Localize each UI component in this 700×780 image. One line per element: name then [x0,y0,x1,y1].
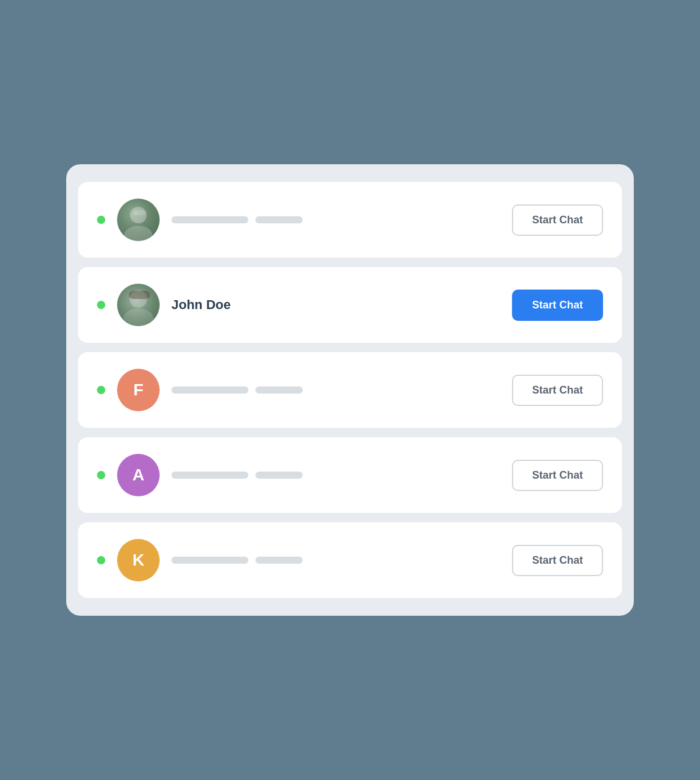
user-info-1 [171,216,500,223]
name-placeholder-bar-2 [255,386,303,394]
name-placeholder-bar-2 [255,472,303,479]
name-placeholder-row [171,216,500,223]
name-placeholder-bar [171,557,248,564]
user-avatar-a: A [117,454,160,496]
user-info-5 [171,557,500,564]
user-avatar-f: F [117,369,160,411]
user-info-2: John Doe [171,297,500,313]
user-card-5: K Start Chat [78,522,622,598]
svg-point-1 [124,226,153,241]
svg-rect-5 [129,291,150,299]
start-chat-button-2[interactable]: Start Chat [512,290,603,321]
start-chat-button-3[interactable]: Start Chat [512,375,603,406]
name-placeholder-row [171,557,500,564]
name-placeholder-bar [171,386,248,394]
svg-point-4 [123,308,154,326]
online-indicator [97,471,105,479]
online-indicator [97,386,105,394]
user-avatar-k: K [117,539,160,581]
user-card-3: F Start Chat [78,352,622,428]
user-card-2: John Doe Start Chat [78,267,622,343]
name-placeholder-row [171,386,500,394]
start-chat-button-5[interactable]: Start Chat [512,545,603,576]
name-placeholder-bar [171,472,248,479]
svg-rect-2 [134,210,145,215]
user-info-3 [171,386,500,394]
user-card-4: A Start Chat [78,437,622,513]
user-list-container: Start Chat John Doe Start Chat F Start C… [66,164,634,616]
online-indicator [97,301,105,309]
name-placeholder-row [171,472,500,479]
user-photo-1 [117,199,160,241]
start-chat-button-4[interactable]: Start Chat [512,460,603,491]
user-info-4 [171,472,500,479]
name-placeholder-bar-2 [255,557,303,564]
user-name-2: John Doe [171,297,500,313]
user-card-1: Start Chat [78,182,622,258]
start-chat-button-1[interactable]: Start Chat [512,204,603,236]
online-indicator [97,556,105,564]
online-indicator [97,216,105,224]
user-photo-2 [117,284,160,326]
name-placeholder-bar-2 [255,216,303,223]
name-placeholder-bar [171,216,248,223]
